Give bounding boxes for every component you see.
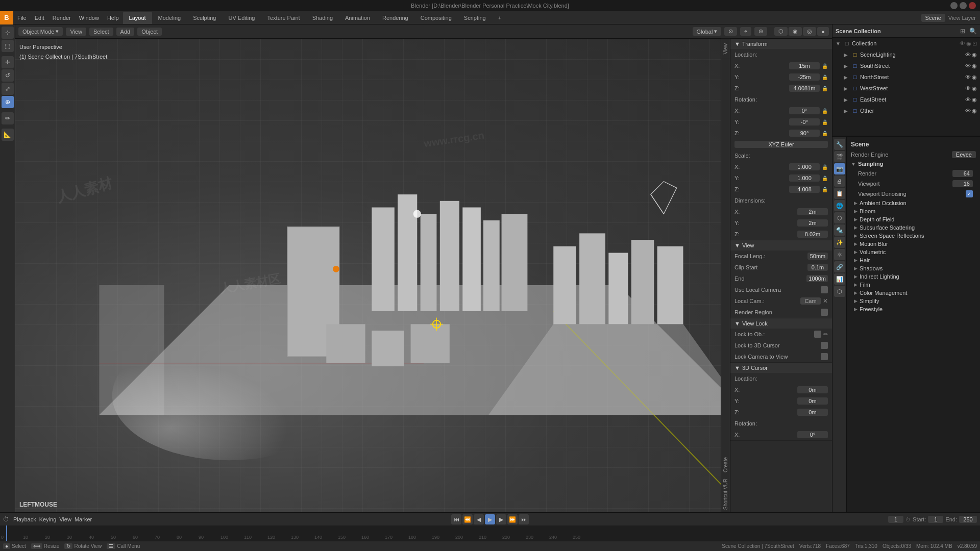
cursor-z[interactable]: 0m — [797, 409, 828, 416]
viewport-shading-material[interactable]: ◎ — [803, 27, 816, 36]
freestyle-toggle[interactable]: ▶ Freestyle — [847, 305, 980, 313]
bloom-toggle[interactable]: ▶ Bloom — [847, 207, 980, 215]
outliner-search-icon[interactable]: 🔍 — [969, 28, 977, 35]
close-btn[interactable] — [969, 2, 976, 9]
props-material[interactable]: ⬡ — [834, 286, 845, 297]
clip-end-val[interactable]: 1000m — [806, 275, 828, 282]
select-icon-7[interactable]: ◉ — [972, 108, 977, 114]
euler-mode[interactable]: XYZ Euler — [734, 141, 828, 148]
cam-close-icon[interactable]: ✕ — [823, 297, 828, 305]
props-view-layer[interactable]: 📋 — [834, 188, 845, 199]
scale-y-lock[interactable]: 🔒 — [822, 176, 828, 181]
proportional-edit[interactable]: ⊚ — [754, 27, 767, 36]
dim-z[interactable]: 8.02m — [797, 231, 828, 238]
tab-texture-paint[interactable]: Texture Paint — [261, 12, 306, 24]
prev-keyframe-btn[interactable]: ⏪ — [462, 514, 473, 524]
view-menu[interactable]: View — [66, 28, 86, 36]
eye-icon-7[interactable]: 👁 — [965, 108, 971, 114]
eye-icon-2[interactable]: 👁 — [965, 52, 971, 58]
jump-start-btn[interactable]: ⏮ — [451, 514, 461, 524]
orientation-selector[interactable]: Global ▾ — [693, 27, 722, 36]
render-engine-selector[interactable]: Eevee — [952, 151, 976, 158]
scale-x[interactable]: 1.000 — [789, 163, 820, 170]
blender-logo[interactable]: B — [0, 11, 13, 24]
render-samples-val[interactable]: 64 — [952, 170, 973, 177]
viewport-shading-render[interactable]: ● — [817, 27, 829, 36]
scale-y[interactable]: 1.000 — [789, 174, 820, 182]
props-data[interactable]: 📊 — [834, 273, 845, 285]
create-tab[interactable]: Create — [721, 453, 730, 477]
cursor-rot-x[interactable]: 0° — [797, 431, 828, 438]
dim-y[interactable]: 2m — [797, 219, 828, 227]
start-frame[interactable]: 1 — [928, 516, 943, 523]
marker-menu[interactable]: Marker — [75, 516, 92, 522]
menu-edit[interactable]: Edit — [31, 11, 48, 24]
ssr-toggle[interactable]: ▶ Screen Space Reflections — [847, 232, 980, 240]
sampling-section-toggle[interactable]: ▼ Sampling — [847, 159, 980, 168]
scene-selector[interactable]: Scene — [921, 14, 945, 22]
timeline-ruler[interactable]: 0 10 20 30 40 50 60 70 80 90 100 110 120… — [0, 525, 980, 541]
view-section-header[interactable]: ▼ View — [730, 240, 832, 251]
lock-x-icon[interactable]: 🔒 — [822, 63, 828, 69]
scale-x-lock[interactable]: 🔒 — [822, 164, 828, 170]
move-tool[interactable]: ✛ — [2, 56, 14, 68]
annotate-tool[interactable]: ✏ — [2, 112, 14, 124]
measure-tool[interactable]: 📐 — [2, 129, 14, 141]
keying-menu[interactable]: Keying — [39, 516, 57, 522]
lock-3d-checkbox[interactable] — [821, 342, 828, 349]
rotation-y[interactable]: -0° — [789, 118, 820, 126]
minimize-btn[interactable] — [950, 2, 958, 9]
hair-toggle[interactable]: ▶ Hair — [847, 256, 980, 264]
film-toggle[interactable]: ▶ Film — [847, 281, 980, 289]
select-menu[interactable]: Select — [89, 28, 113, 36]
select-icon-5[interactable]: ◉ — [972, 85, 977, 92]
props-modifiers[interactable]: 🔩 — [834, 224, 845, 236]
indirect-lighting-toggle[interactable]: ▶ Indirect Lighting — [847, 272, 980, 281]
tab-rendering[interactable]: Rendering — [376, 12, 414, 24]
props-particles[interactable]: ✨ — [834, 237, 845, 248]
props-world[interactable]: 🌐 — [834, 200, 845, 211]
prev-frame-btn[interactable]: ◀ — [474, 514, 484, 524]
simplify-toggle[interactable]: ▶ Simplify — [847, 297, 980, 305]
next-frame-btn[interactable]: ▶ — [496, 514, 506, 524]
props-constraints[interactable]: 🔗 — [834, 261, 845, 272]
scale-z[interactable]: 4.008 — [789, 186, 820, 193]
playback-menu[interactable]: Playback — [13, 516, 36, 522]
menu-render[interactable]: Render — [48, 11, 75, 24]
lock-obj-edit-icon[interactable]: ✏ — [823, 331, 828, 338]
render-region-checkbox[interactable] — [821, 309, 828, 316]
cursor-y[interactable]: 0m — [797, 397, 828, 405]
props-scene[interactable]: 🎬 — [834, 151, 845, 162]
add-menu[interactable]: Add — [116, 28, 135, 36]
outliner-east-street[interactable]: ▶ □ EastStreet 👁 ◉ — [832, 94, 980, 105]
eye-icon-4[interactable]: 👁 — [965, 74, 971, 81]
maximize-btn[interactable] — [960, 2, 967, 9]
cursor-tool[interactable]: ⊹ — [2, 27, 14, 39]
viewport-denoising-checkbox[interactable]: ✓ — [966, 190, 973, 197]
end-frame[interactable]: 250 — [959, 516, 977, 523]
menu-file[interactable]: File — [13, 11, 31, 24]
tab-add[interactable]: + — [492, 12, 507, 24]
outliner-filter-icon[interactable]: ⊞ — [960, 28, 965, 35]
props-active-tool[interactable]: 🔧 — [834, 139, 845, 150]
viewport-shading-wire[interactable]: ⬡ — [774, 27, 788, 36]
view-tab[interactable]: View — [721, 39, 730, 59]
view-lock-header[interactable]: ▼ View Lock — [730, 318, 832, 329]
select-icon[interactable]: ◉ — [966, 40, 971, 47]
clip-start-val[interactable]: 0.1m — [807, 264, 828, 271]
outliner-scene-lighting[interactable]: ▶ □ SceneLighting 👁 ◉ — [832, 49, 980, 60]
tab-animation[interactable]: Animation — [339, 12, 376, 24]
outliner-scene-collection[interactable]: ▼ □ Collection 👁 ◉ ⊡ — [832, 38, 980, 49]
cursor-x[interactable]: 0m — [797, 386, 828, 393]
outliner-west-street[interactable]: ▶ □ WestStreet 👁 ◉ — [832, 83, 980, 94]
select-icon-3[interactable]: ◉ — [972, 63, 977, 69]
rotate-tool[interactable]: ↺ — [2, 69, 14, 82]
object-menu[interactable]: Object — [137, 28, 162, 36]
sss-toggle[interactable]: ▶ Subsurface Scattering — [847, 223, 980, 232]
volumetric-toggle[interactable]: ▶ Volumetric — [847, 248, 980, 256]
select-icon-6[interactable]: ◉ — [972, 96, 977, 103]
outliner-other[interactable]: ▶ □ Other 👁 ◉ — [832, 105, 980, 116]
location-y[interactable]: -25m — [789, 73, 820, 81]
transform-pivot[interactable]: ⊙ — [724, 27, 737, 36]
next-keyframe-btn[interactable]: ⏩ — [507, 514, 518, 524]
